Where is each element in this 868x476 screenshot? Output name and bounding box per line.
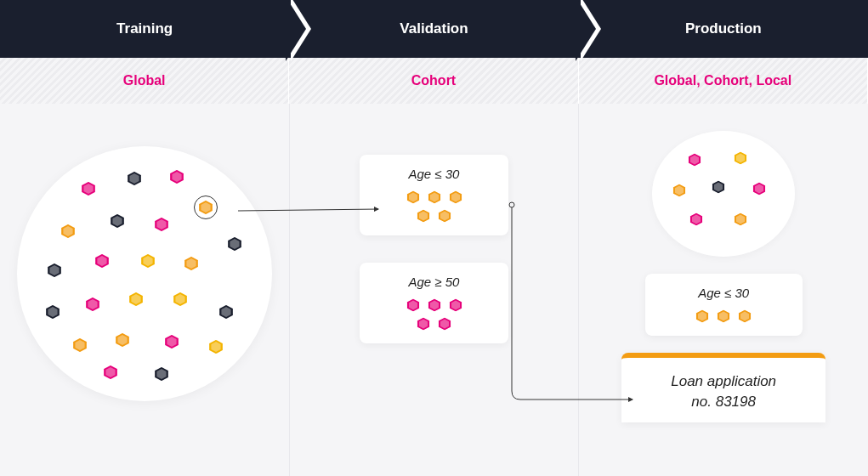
hexagon-point-icon: [437, 208, 452, 224]
population-circle: [17, 146, 272, 401]
highlight-ring-icon: [194, 196, 218, 219]
hexagon-point-icon: [94, 252, 111, 269]
stage-label: Training: [116, 20, 173, 37]
stage-validation: Validation: [289, 0, 578, 58]
hexagon-point-icon: [695, 309, 710, 324]
hexagon-point-icon: [427, 298, 442, 313]
hexagon-point-icon: [716, 309, 731, 324]
hexagon-point-icon: [711, 179, 726, 195]
hexagon-point-icon: [109, 212, 126, 230]
hexagon-point-icon: [163, 333, 180, 350]
hexagon-point-icon: [737, 309, 752, 324]
hexagon-point-icon: [226, 235, 243, 252]
cohort-label: Age ≤ 30: [698, 286, 749, 300]
hexagon-point-icon: [44, 303, 61, 320]
cohort-hex-cluster: [695, 309, 752, 324]
cohort-hex-cluster: [406, 298, 463, 332]
hexagon-point-icon: [687, 152, 702, 167]
hexagon-point-icon: [102, 364, 119, 381]
stage-production: Production: [579, 0, 868, 58]
scope-global: Global: [0, 58, 289, 104]
hexagon-point-icon: [416, 316, 431, 332]
cohort-label: Age ≥ 50: [409, 275, 460, 289]
hexagon-point-icon: [71, 337, 88, 354]
hexagon-point-icon: [168, 168, 185, 185]
hexagon-point-icon: [114, 332, 131, 348]
hexagon-point-icon: [218, 303, 235, 320]
production-column: Age ≤ 30 Loan application no. 83198: [579, 104, 868, 476]
hexagon-point-icon: [207, 338, 224, 355]
hexagon-point-icon: [416, 208, 431, 224]
hexagon-point-icon: [733, 150, 748, 166]
hexagon-point-icon: [448, 298, 463, 313]
hexagon-point-icon: [153, 366, 170, 382]
loan-line2: no. 83198: [638, 392, 808, 412]
mini-population-circle: [652, 131, 795, 257]
cohort-card-age-leq-30: Age ≤ 30: [360, 155, 508, 235]
hexagon-point-icon: [689, 212, 704, 227]
cohort-card-age-geq-50: Age ≥ 50: [360, 263, 508, 343]
hexagon-point-icon: [139, 252, 156, 269]
validation-column: Age ≤ 30 Age ≥ 50: [290, 104, 580, 476]
local-instance-card: Loan application no. 83198: [621, 353, 825, 422]
hexagon-point-icon: [126, 170, 143, 187]
hexagon-point-icon: [448, 190, 463, 205]
loan-line1: Loan application: [638, 371, 808, 392]
stage-label: Validation: [400, 20, 468, 37]
hexagon-point-icon: [46, 262, 63, 279]
stage-training: Training: [0, 0, 289, 58]
scope-label: Cohort: [411, 73, 456, 88]
stage-label: Production: [685, 20, 762, 37]
hexagon-point-icon: [80, 180, 97, 197]
hexagon-point-icon: [406, 190, 421, 205]
scope-label: Global, Cohort, Local: [654, 73, 791, 88]
scope-row: Global Cohort Global, Cohort, Local: [0, 58, 868, 104]
hexagon-point-icon: [437, 316, 452, 332]
hexagon-point-icon: [153, 216, 170, 233]
cohort-card-production: Age ≤ 30: [645, 274, 803, 336]
cohort-hex-cluster: [406, 190, 463, 224]
training-column: [0, 104, 290, 476]
hexagon-point-icon: [128, 291, 145, 308]
hexagon-point-icon: [752, 181, 767, 196]
cohort-label: Age ≤ 30: [409, 167, 460, 181]
hexagon-point-icon: [60, 223, 77, 240]
hexagon-point-icon: [733, 212, 748, 227]
hexagon-point-icon: [406, 298, 421, 313]
content-row: Age ≤ 30 Age ≥ 50: [0, 104, 868, 476]
hexagon-point-icon: [172, 291, 189, 308]
scope-label: Global: [123, 73, 166, 88]
hexagon-point-icon: [84, 296, 101, 313]
hexagon-point-icon: [183, 255, 200, 272]
hexagon-point-icon: [427, 190, 442, 205]
scope-cohort: Cohort: [289, 58, 578, 104]
scope-global-cohort-local: Global, Cohort, Local: [579, 58, 868, 104]
hexagon-point-icon: [672, 183, 687, 198]
stage-header: Training Validation Production: [0, 0, 868, 58]
